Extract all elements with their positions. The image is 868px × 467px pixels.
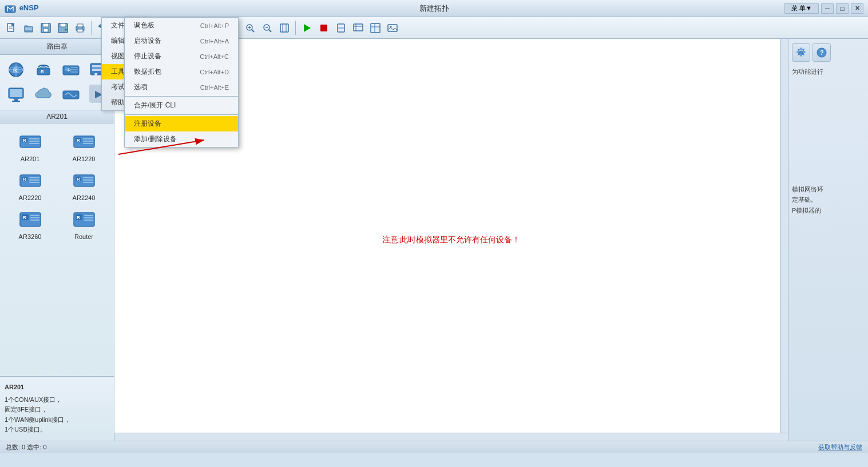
svg-text:R: R — [41, 69, 44, 74]
toolbar-open[interactable] — [21, 20, 37, 36]
status-help-link[interactable]: 获取帮助与反馈 — [818, 443, 862, 452]
svg-text:R: R — [94, 72, 98, 77]
svg-rect-86 — [83, 138, 93, 139]
restore-button[interactable]: □ — [836, 3, 849, 14]
svg-rect-45 — [371, 23, 380, 33]
tools-color-palette[interactable]: 调色板 Ctrl+Alt+P — [125, 18, 238, 33]
toolbar-config[interactable] — [350, 20, 366, 36]
svg-rect-15 — [77, 29, 83, 32]
switch-type-icon — [61, 85, 81, 105]
toolbar-stop[interactable] — [316, 20, 332, 36]
tools-capture[interactable]: 数据抓包 Ctrl+Alt+D — [125, 64, 238, 79]
toolbar-save[interactable] — [38, 20, 54, 36]
svg-rect-72 — [12, 101, 20, 102]
description-text: 1个CON/AUX接口， 固定8FE接口， 1个WAN侧uplink接口， 1个… — [5, 395, 109, 435]
device-type-cloud[interactable] — [31, 83, 56, 106]
ar201-section-title: AR201 — [0, 110, 114, 123]
svg-rect-106 — [30, 219, 39, 221]
title-bar-controls: 菜 单▼ ─ □ ✕ — [784, 3, 863, 14]
device-type-monitor[interactable] — [3, 83, 29, 106]
canvas-warning: 注意:此时模拟器里不允许有任何设备！ — [382, 235, 521, 245]
svg-rect-112 — [84, 219, 93, 221]
minimize-button[interactable]: ─ — [821, 3, 834, 14]
svg-rect-104 — [30, 215, 39, 216]
svg-rect-39 — [320, 25, 327, 31]
toolbar-save-as[interactable] — [55, 20, 71, 36]
toolbar-zoom-in[interactable] — [242, 20, 258, 36]
device-type-router[interactable]: R — [3, 58, 29, 81]
svg-rect-111 — [84, 217, 93, 218]
svg-rect-94 — [29, 182, 39, 183]
tools-add-remove-device[interactable]: 添加/删除设备 — [125, 131, 238, 147]
ar201-icon: R — [18, 130, 42, 154]
app-logo: eNSP — [5, 3, 39, 14]
gear-icon-btn[interactable] — [792, 43, 810, 62]
svg-rect-48 — [388, 25, 397, 31]
svg-rect-110 — [84, 215, 93, 216]
toolbar-zoom-out[interactable] — [259, 20, 275, 36]
svg-text:R: R — [77, 138, 80, 143]
left-sidebar: 路由器 R — [0, 39, 114, 441]
tools-divider-2 — [125, 114, 238, 115]
vertical-scrollbar[interactable] — [780, 39, 788, 433]
ar201-section: AR201 R AR201 — [0, 110, 114, 247]
ar-type-icon: R — [61, 59, 81, 80]
svg-rect-81 — [29, 141, 39, 142]
toolbar-pause[interactable] — [333, 20, 349, 36]
right-panel-text: 为功能进行 模拟网络环 定基础。 P模拟器的 — [792, 66, 865, 216]
svg-rect-10 — [60, 23, 66, 27]
status-count: 总数: 0 选中: 0 — [6, 443, 47, 452]
router-type-icon: R — [6, 59, 26, 80]
svg-rect-69 — [10, 89, 22, 97]
monitor-type-icon — [6, 85, 26, 105]
toolbar-start[interactable] — [299, 20, 315, 36]
toolbar-new[interactable] — [3, 20, 19, 36]
device-router[interactable]: R Router — [58, 206, 110, 242]
svg-rect-87 — [83, 141, 93, 142]
device-ar3260[interactable]: R AR3260 — [5, 206, 56, 242]
device-ar1220[interactable]: R AR1220 — [58, 128, 110, 165]
tools-options[interactable]: 选项 Ctrl+Alt+E — [125, 79, 238, 95]
svg-rect-14 — [77, 24, 83, 27]
device-ar2240[interactable]: R AR2240 — [58, 167, 110, 203]
help-icon-btn[interactable]: ? — [812, 43, 831, 62]
svg-rect-98 — [83, 177, 93, 178]
svg-rect-35 — [280, 24, 288, 32]
toolbar-image[interactable] — [385, 20, 401, 36]
ar3260-label: AR3260 — [19, 233, 42, 240]
svg-rect-100 — [83, 182, 93, 183]
tools-stop-device[interactable]: 停止设备 Ctrl+Alt+C — [125, 49, 238, 64]
svg-marker-38 — [304, 24, 311, 32]
ar3260-icon: R — [18, 208, 42, 232]
router-section-title: 路由器 — [0, 39, 114, 55]
device-type-wireless[interactable]: R — [31, 58, 56, 81]
ar2240-label: AR2240 — [73, 194, 96, 201]
menu-button[interactable]: 菜 单▼ — [784, 3, 819, 14]
toolbar-sep-1 — [91, 21, 92, 35]
toolbar-fit[interactable] — [276, 20, 292, 36]
tools-register-device[interactable]: 注册设备 — [125, 116, 238, 131]
svg-text:R: R — [23, 215, 26, 220]
sidebar-spacer — [0, 247, 114, 376]
title-bar: eNSP 新建拓扑 菜 单▼ ─ □ ✕ — [0, 0, 868, 17]
svg-rect-71 — [14, 98, 18, 101]
svg-rect-82 — [29, 143, 39, 144]
device-type-switch[interactable] — [58, 83, 84, 106]
toolbar-sep-4 — [295, 21, 296, 35]
router-label: Router — [74, 233, 93, 240]
device-type-ar[interactable]: R — [58, 58, 84, 81]
svg-text:R: R — [23, 177, 26, 182]
svg-rect-80 — [29, 138, 39, 139]
svg-rect-99 — [83, 179, 93, 181]
device-ar201[interactable]: R AR201 — [5, 128, 56, 165]
horizontal-scrollbar[interactable] — [114, 433, 788, 441]
device-ar2220[interactable]: R AR2220 — [5, 167, 56, 203]
toolbar-topology[interactable] — [367, 20, 383, 36]
close-button[interactable]: ✕ — [851, 3, 863, 14]
device-list-grid: R AR201 R — [0, 123, 114, 247]
svg-text:R: R — [23, 138, 26, 143]
tools-merge-cli[interactable]: 合并/展开 CLI — [125, 98, 238, 113]
tools-start-device[interactable]: 启动设备 Ctrl+Alt+A — [125, 33, 238, 49]
ar1220-label: AR1220 — [73, 155, 96, 162]
toolbar-print[interactable] — [72, 20, 88, 36]
